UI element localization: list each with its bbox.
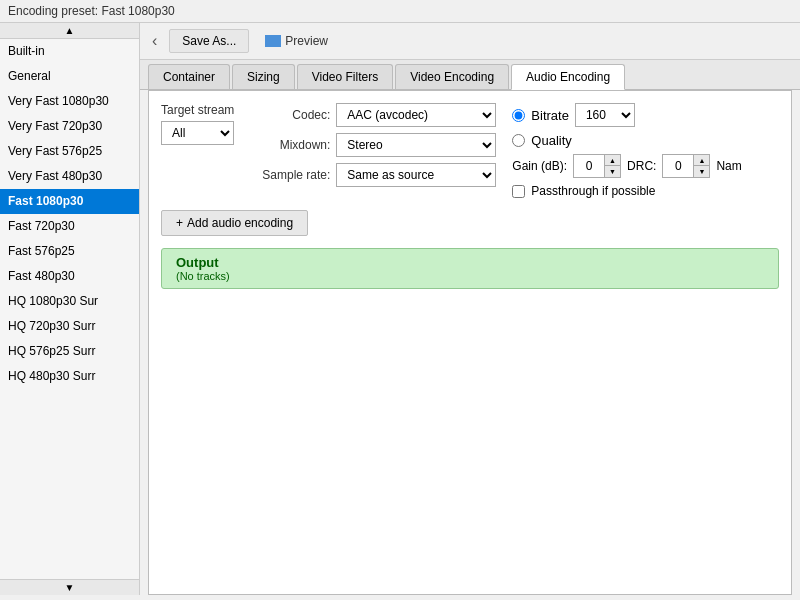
- drc-down-button[interactable]: ▼: [693, 166, 709, 177]
- drc-up-button[interactable]: ▲: [693, 155, 709, 166]
- audio-controls-panel: Target stream All Codec: AAC (avcodec): [161, 103, 779, 289]
- tab-bar: Container Sizing Video Filters Video Enc…: [140, 60, 800, 90]
- passthrough-checkbox[interactable]: [512, 185, 525, 198]
- sidebar-item-hq-480p30[interactable]: HQ 480p30 Surr: [0, 364, 139, 389]
- output-title: Output: [176, 255, 764, 270]
- passthrough-row: Passthrough if possible: [512, 184, 741, 198]
- tab-sizing[interactable]: Sizing: [232, 64, 295, 89]
- title-bar: Encoding preset: Fast 1080p30: [0, 0, 800, 23]
- bitrate-radio[interactable]: [512, 109, 525, 122]
- sample-rate-label: Sample rate:: [250, 168, 330, 182]
- drc-spinner: ▲ ▼: [662, 154, 710, 178]
- tab-video-encoding[interactable]: Video Encoding: [395, 64, 509, 89]
- audio-encoding-panel: Target stream All Codec: AAC (avcodec): [148, 90, 792, 595]
- codec-mixdown-group: Codec: AAC (avcodec) Mixdown: Stereo: [250, 103, 496, 187]
- codec-label: Codec:: [250, 108, 330, 122]
- sidebar-item-very-fast-1080p30[interactable]: Very Fast 1080p30: [0, 89, 139, 114]
- add-audio-icon: +: [176, 216, 183, 230]
- codec-select[interactable]: AAC (avcodec): [336, 103, 496, 127]
- sidebar-item-fast-1080p30[interactable]: Fast 1080p30: [0, 189, 139, 214]
- sidebar-item-hq-1080p30[interactable]: HQ 1080p30 Sur: [0, 289, 139, 314]
- target-stream-group: Target stream All: [161, 103, 234, 145]
- content-area: ‹ Save As... Preview Container Sizing Vi…: [140, 23, 800, 595]
- gain-down-button[interactable]: ▼: [604, 166, 620, 177]
- gain-drc-row: Gain (dB): ▲ ▼ DRC:: [512, 154, 741, 178]
- target-stream-select[interactable]: All: [161, 121, 234, 145]
- gain-spinner: ▲ ▼: [573, 154, 621, 178]
- sample-rate-row: Sample rate: Same as source: [250, 163, 496, 187]
- sidebar-item-hq-576p25[interactable]: HQ 576p25 Surr: [0, 339, 139, 364]
- quality-radio[interactable]: [512, 134, 525, 147]
- toolbar: ‹ Save As... Preview: [140, 23, 800, 60]
- add-audio-label: Add audio encoding: [187, 216, 293, 230]
- passthrough-label: Passthrough if possible: [531, 184, 655, 198]
- mixdown-select[interactable]: Stereo: [336, 133, 496, 157]
- sample-rate-select[interactable]: Same as source: [336, 163, 496, 187]
- sidebar-item-fast-480p30[interactable]: Fast 480p30: [0, 264, 139, 289]
- gain-label: Gain (dB):: [512, 159, 567, 173]
- gain-input[interactable]: [574, 157, 604, 175]
- output-subtitle: (No tracks): [176, 270, 764, 282]
- preview-icon: [265, 35, 281, 47]
- bitrate-row: Bitrate 160: [512, 103, 741, 127]
- quality-row: Quality: [512, 133, 741, 148]
- target-stream-label: Target stream: [161, 103, 234, 117]
- back-button[interactable]: ‹: [148, 30, 161, 52]
- name-label: Nam: [716, 159, 741, 173]
- preview-button[interactable]: Preview: [257, 30, 336, 52]
- mixdown-row: Mixdown: Stereo: [250, 133, 496, 157]
- sidebar-item-built-in[interactable]: Built-in: [0, 39, 139, 64]
- sidebar-item-very-fast-576p25[interactable]: Very Fast 576p25: [0, 139, 139, 164]
- sidebar-scroll-down[interactable]: ▼: [0, 579, 139, 595]
- quality-label: Quality: [531, 133, 571, 148]
- sidebar-item-very-fast-480p30[interactable]: Very Fast 480p30: [0, 164, 139, 189]
- title-text: Encoding preset: Fast 1080p30: [8, 4, 175, 18]
- tab-video-filters[interactable]: Video Filters: [297, 64, 393, 89]
- drc-spinner-buttons: ▲ ▼: [693, 155, 709, 177]
- sidebar-item-fast-720p30[interactable]: Fast 720p30: [0, 214, 139, 239]
- right-controls: Bitrate 160 Quality Gain (dB):: [512, 103, 741, 198]
- sidebar: ▲ Built-in General Very Fast 1080p30 Ver…: [0, 23, 140, 595]
- preview-label: Preview: [285, 34, 328, 48]
- tab-audio-encoding[interactable]: Audio Encoding: [511, 64, 625, 90]
- bitrate-select[interactable]: 160: [575, 103, 635, 127]
- mixdown-label: Mixdown:: [250, 138, 330, 152]
- tab-container[interactable]: Container: [148, 64, 230, 89]
- sidebar-item-very-fast-720p30[interactable]: Very Fast 720p30: [0, 114, 139, 139]
- sidebar-item-general[interactable]: General: [0, 64, 139, 89]
- drc-input[interactable]: [663, 157, 693, 175]
- sidebar-scroll-up[interactable]: ▲: [0, 23, 139, 39]
- gain-up-button[interactable]: ▲: [604, 155, 620, 166]
- output-box: Output (No tracks): [161, 248, 779, 289]
- audio-main-controls: Target stream All Codec: AAC (avcodec): [161, 103, 779, 198]
- drc-label: DRC:: [627, 159, 656, 173]
- sidebar-item-hq-720p30[interactable]: HQ 720p30 Surr: [0, 314, 139, 339]
- codec-row: Codec: AAC (avcodec): [250, 103, 496, 127]
- add-audio-encoding-button[interactable]: + Add audio encoding: [161, 210, 308, 236]
- gain-spinner-buttons: ▲ ▼: [604, 155, 620, 177]
- save-as-button[interactable]: Save As...: [169, 29, 249, 53]
- sidebar-item-fast-576p25[interactable]: Fast 576p25: [0, 239, 139, 264]
- bitrate-label: Bitrate: [531, 108, 569, 123]
